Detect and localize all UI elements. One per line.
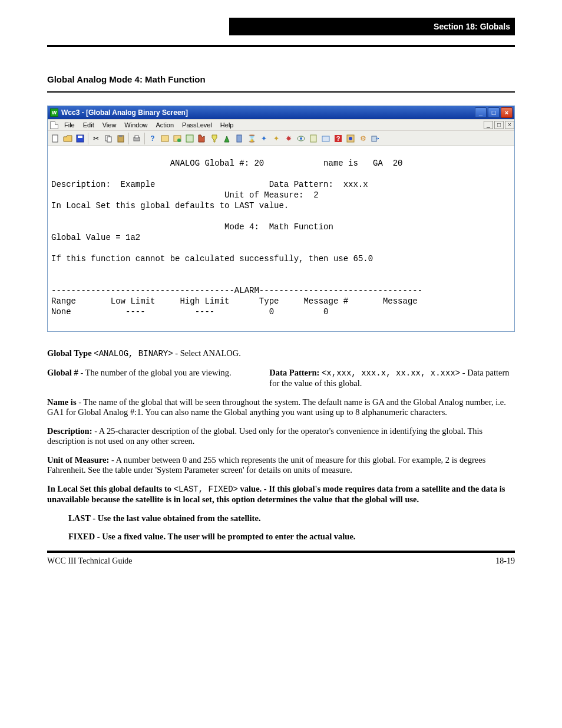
new-file-icon[interactable] (49, 133, 61, 144)
body-text: Global Type <ANALOG, BINARY> - Select AN… (47, 348, 515, 542)
copy-icon[interactable] (103, 133, 114, 144)
footer-left: WCC III Technical Guide (47, 556, 133, 566)
txt-description: - A 25-character description of the glob… (47, 426, 482, 446)
title-bar: W Wcc3 - [Global Analog Binary Screen] _… (48, 106, 514, 119)
menu-edit[interactable]: Edit (79, 120, 98, 130)
para-name-is: Name is - The name of the global that wi… (47, 397, 515, 418)
opts-local-set: <LAST, FIXED> (174, 485, 238, 494)
app-window: W Wcc3 - [Global Analog Binary Screen] _… (47, 106, 515, 332)
app-icon: W (50, 108, 58, 117)
svg-rect-0 (52, 135, 58, 142)
mono-l4: Unit of Measure: 2 (51, 190, 319, 200)
print-icon[interactable] (131, 133, 143, 144)
misc-icon-6[interactable] (221, 133, 233, 144)
toolbar: ✂ ? ⌛ ✦ ✦ ✸ ? ⚙ (48, 131, 514, 146)
lbl-global-type: Global Type (47, 348, 94, 358)
opts-data-pattern: <x,xxx, xxx.x, xx.xx, x.xxx> (322, 368, 460, 378)
para-local-fixed: FIXED - Use a fixed value. The user will… (47, 532, 515, 542)
svg-point-15 (300, 137, 302, 140)
paste-icon[interactable] (115, 133, 127, 144)
para-description: Description: - A 25-character descriptio… (47, 426, 515, 447)
txt-global-type-suffix: - Select ANALOG. (173, 348, 241, 358)
box-icon[interactable] (320, 133, 332, 144)
svg-rect-6 (119, 135, 123, 137)
sheet-icon[interactable] (308, 133, 319, 144)
txt-unit: - A number between 0 and 255 which repre… (47, 455, 485, 475)
exit-icon[interactable] (369, 133, 381, 144)
wrench-icon[interactable]: ⚙ (357, 133, 369, 144)
close-button[interactable]: × (501, 107, 513, 118)
svg-rect-22 (372, 136, 376, 141)
svg-rect-2 (78, 136, 82, 138)
menu-help[interactable]: Help (216, 120, 238, 130)
svg-rect-9 (161, 136, 168, 141)
lbl-name-is: Name is (47, 397, 78, 407)
document-icon (50, 121, 58, 129)
mdi-restore-button[interactable]: □ (494, 121, 504, 129)
menu-passlevel[interactable]: PassLevel (178, 120, 216, 130)
misc-icon-1[interactable] (159, 133, 171, 144)
eye-icon[interactable] (295, 133, 307, 144)
page-title: Global Analog Mode 4: Math Function (47, 74, 515, 84)
svg-point-11 (177, 139, 181, 142)
page-footer: WCC III Technical Guide 18-19 (47, 556, 515, 566)
lbl-global-number: Global # (47, 368, 80, 377)
minimize-button[interactable]: _ (475, 107, 487, 118)
menu-action[interactable]: Action (151, 120, 178, 130)
svg-rect-8 (135, 136, 138, 138)
cut-icon[interactable]: ✂ (90, 133, 102, 144)
open-folder-icon[interactable] (62, 133, 74, 144)
mono-l7: Mode 4: Math Function (51, 222, 333, 232)
para-global-type: Global Type <ANALOG, BINARY> - Select AN… (47, 348, 515, 360)
para-local-last: LAST - Use the last value obtained from … (47, 513, 515, 524)
window-title: Wcc3 - [Global Analog Binary Screen] (61, 108, 188, 117)
mono-l3: Description: Example Data Pattern: xxx.x (51, 180, 368, 189)
mono-l15: None ---- ---- 0 0 (51, 307, 328, 317)
misc-icon-4[interactable] (196, 133, 208, 144)
mono-l13: -------------------------------------ALA… (51, 286, 422, 295)
para-unit-of-measure: Unit of Measure: - A number between 0 an… (47, 455, 515, 476)
wand-icon-1[interactable]: ✦ (258, 133, 270, 144)
mono-l8: Global Value = 1a2 (51, 233, 140, 242)
footer-right: 18-19 (495, 556, 515, 566)
menu-bar: File Edit View Window Action PassLevel H… (48, 119, 514, 131)
svg-rect-16 (310, 135, 316, 142)
blue-dot-icon[interactable] (345, 133, 356, 144)
mdi-minimize-button[interactable]: _ (484, 121, 493, 129)
lbl-unit: Unit of Measure: (47, 455, 111, 465)
title-rule (47, 91, 515, 93)
section-header-text: Section 18: Globals (434, 22, 510, 31)
mdi-close-button[interactable]: × (505, 121, 514, 129)
lbl-local-set: In Local Set this global defaults to (47, 484, 174, 493)
txt-name-is: - The name of the global that will be se… (47, 397, 506, 417)
hourglass-icon[interactable]: ⌛ (246, 133, 257, 144)
save-icon[interactable] (74, 133, 86, 144)
para-local-set: In Local Set this global defaults to <LA… (47, 484, 515, 505)
menu-window[interactable]: Window (120, 120, 151, 130)
svg-rect-13 (237, 135, 242, 142)
lbl-description: Description: (47, 426, 94, 436)
svg-text:?: ? (336, 135, 340, 142)
mono-l1: ANALOG Global #: 20 name is GA 20 (51, 159, 403, 168)
lbl-data-pattern: Data Pattern: (269, 368, 322, 377)
help-q-icon[interactable]: ? (147, 133, 158, 144)
misc-icon-3[interactable] (184, 133, 196, 144)
svg-point-21 (349, 137, 352, 140)
mono-l14: Range Low Limit High Limit Type Message … (51, 297, 418, 306)
maximize-button[interactable]: □ (488, 107, 500, 118)
menu-view[interactable]: View (98, 120, 121, 130)
red-q-icon[interactable]: ? (332, 133, 344, 144)
para-global-number: Global # - The number of the global you … (47, 368, 515, 389)
section-header-block: Section 18: Globals (229, 18, 515, 35)
svg-rect-4 (107, 137, 111, 142)
wand-icon-2[interactable]: ✦ (270, 133, 282, 144)
top-rule (47, 45, 515, 47)
mono-l5: In Local Set this global defaults to LAS… (51, 201, 289, 210)
bug-icon[interactable]: ✸ (283, 133, 295, 144)
menu-file[interactable]: File (60, 120, 79, 130)
misc-icon-2[interactable] (171, 133, 183, 144)
misc-icon-5[interactable] (209, 133, 220, 144)
misc-icon-7[interactable] (233, 133, 245, 144)
opts-global-type: <ANALOG, BINARY> (94, 349, 173, 358)
footer-rule (47, 551, 515, 553)
